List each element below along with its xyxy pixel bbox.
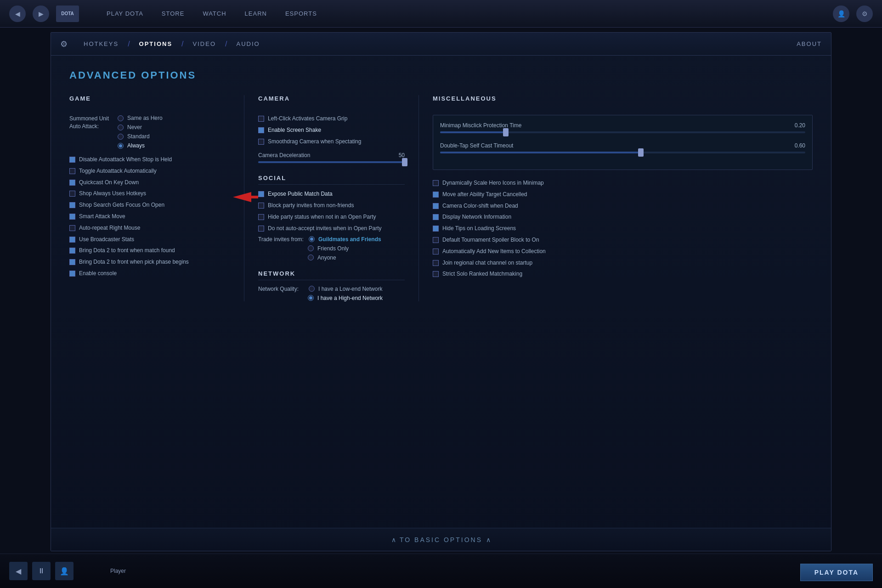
play-dota-button[interactable]: PLAY DOTA <box>800 564 873 581</box>
radio-btn-low-end[interactable] <box>309 286 315 292</box>
radio-label-guildmates: Guildmates and Friends <box>318 236 381 243</box>
checkbox-smart-attack[interactable] <box>69 214 75 220</box>
option-hide-tips[interactable]: Hide Tips on Loading Screens <box>433 225 813 232</box>
checkbox-block-party[interactable] <box>258 203 264 209</box>
tab-video[interactable]: VIDEO <box>186 40 223 47</box>
radio-friends-only[interactable]: Friends Only <box>308 245 405 252</box>
radio-high-end[interactable]: I have a High-end Network <box>308 295 405 301</box>
bottom-icon-3[interactable]: 👤 <box>55 562 74 580</box>
checkbox-auto-repeat[interactable] <box>69 225 75 231</box>
checkbox-broadcaster[interactable] <box>69 237 75 243</box>
option-quickcast[interactable]: Quickcast On Key Down <box>69 179 230 187</box>
radio-same-as-hero[interactable]: Same as Hero <box>118 115 163 121</box>
checkbox-left-click-camera[interactable] <box>258 116 264 122</box>
forward-icon[interactable]: ▶ <box>33 6 49 22</box>
option-bring-dota-pick[interactable]: Bring Dota 2 to front when pick phase be… <box>69 258 230 266</box>
checkbox-hide-party[interactable] <box>258 214 264 220</box>
radio-guildmates[interactable]: Guildmates and Friends <box>309 236 381 243</box>
radio-btn-high-end[interactable] <box>308 295 314 301</box>
settings-icon[interactable]: ⚙ <box>856 6 873 22</box>
checkbox-regional-chat[interactable] <box>433 260 439 266</box>
option-move-after-ability[interactable]: Move after Ability Target Cancelled <box>433 191 813 198</box>
option-expose-public[interactable]: Expose Public Match Data <box>258 190 405 198</box>
checkbox-expose-public[interactable] <box>258 191 264 197</box>
checkbox-move-after-ability[interactable] <box>433 192 439 198</box>
nav-store[interactable]: STORE <box>162 10 185 17</box>
radio-btn-never[interactable] <box>118 124 124 130</box>
checkbox-scale-hero-icons[interactable] <box>433 180 439 186</box>
checkbox-bring-dota-pick[interactable] <box>69 259 75 265</box>
player-name: Player <box>110 568 126 574</box>
checkbox-tournament-spoiler[interactable] <box>433 237 439 243</box>
checkbox-strict-solo[interactable] <box>433 271 439 277</box>
option-scale-hero-icons[interactable]: Dynamically Scale Hero Icons in Minimap <box>433 179 813 187</box>
checkbox-quickcast[interactable] <box>69 180 75 186</box>
tab-hotkeys[interactable]: HOTKEYS <box>77 40 125 47</box>
radio-always[interactable]: Always <box>118 142 163 149</box>
option-strict-solo[interactable]: Strict Solo Ranked Matchmaking <box>433 270 813 278</box>
radio-btn-same-as-hero[interactable] <box>118 115 124 121</box>
checkbox-toggle-autoattack[interactable] <box>69 168 75 174</box>
option-disable-autoattack[interactable]: Disable Autoattack When Stop is Held <box>69 156 230 164</box>
checkbox-shop-search[interactable] <box>69 202 75 208</box>
checkbox-screen-shake[interactable] <box>258 127 264 133</box>
double-tap-slider-thumb[interactable] <box>638 148 644 157</box>
to-basic-label[interactable]: TO BASIC OPTIONS <box>400 536 482 543</box>
back-icon[interactable]: ◀ <box>9 6 26 22</box>
option-smoothdrag[interactable]: Smoothdrag Camera when Spectating <box>258 138 405 146</box>
option-hide-party[interactable]: Hide party status when not in an Open Pa… <box>258 213 405 221</box>
camera-decel-thumb[interactable] <box>402 158 407 166</box>
option-regional-chat[interactable]: Join regional chat channel on startup <box>433 259 813 267</box>
bottom-icon-1[interactable]: ◀ <box>9 562 28 580</box>
checkbox-bring-dota-match[interactable] <box>69 248 75 254</box>
radio-standard[interactable]: Standard <box>118 133 163 140</box>
radio-btn-standard[interactable] <box>118 134 124 140</box>
to-basic-options-bar[interactable]: ∧ TO BASIC OPTIONS ∧ <box>51 528 831 551</box>
option-broadcaster[interactable]: Use Broadcaster Stats <box>69 236 230 243</box>
checkbox-no-auto-accept[interactable] <box>258 226 264 232</box>
camera-decel-track[interactable] <box>258 161 405 163</box>
option-camera-color-shift[interactable]: Camera Color-shift when Dead <box>433 202 813 210</box>
option-tournament-spoiler[interactable]: Default Tournament Spoiler Block to On <box>433 236 813 244</box>
option-bring-dota-match[interactable]: Bring Dota 2 to front when match found <box>69 247 230 254</box>
user-icon[interactable]: 👤 <box>833 6 849 22</box>
checkbox-camera-color-shift[interactable] <box>433 203 439 209</box>
option-toggle-autoattack[interactable]: Toggle Autoattack Automatically <box>69 167 230 175</box>
option-shop-search[interactable]: Shop Search Gets Focus On Open <box>69 201 230 209</box>
tab-options[interactable]: OPTIONS <box>132 40 180 47</box>
minimap-slider-track[interactable] <box>440 131 805 133</box>
checkbox-display-network[interactable] <box>433 214 439 220</box>
option-no-auto-accept[interactable]: Do not auto-accept invites when in Open … <box>258 225 405 232</box>
checkbox-shop-hotkeys[interactable] <box>69 191 75 197</box>
option-auto-repeat[interactable]: Auto-repeat Right Mouse <box>69 224 230 232</box>
option-block-party[interactable]: Block party invites from non-friends <box>258 202 405 209</box>
option-auto-add-items[interactable]: Automatically Add New Items to Collectio… <box>433 248 813 255</box>
nav-play[interactable]: PLAY DOTA <box>107 10 143 17</box>
radio-anyone[interactable]: Anyone <box>308 254 405 261</box>
option-smart-attack[interactable]: Smart Attack Move <box>69 213 230 220</box>
radio-never[interactable]: Never <box>118 124 163 130</box>
checkbox-disable-autoattack[interactable] <box>69 157 75 163</box>
radio-btn-guildmates[interactable] <box>309 236 315 242</box>
checkbox-enable-console[interactable] <box>69 271 75 277</box>
checkbox-hide-tips[interactable] <box>433 226 439 232</box>
checkbox-auto-add-items[interactable] <box>433 249 439 254</box>
radio-btn-anyone[interactable] <box>308 254 314 260</box>
option-shop-hotkeys[interactable]: Shop Always Uses Hotkeys <box>69 190 230 198</box>
nav-learn[interactable]: LEARN <box>245 10 267 17</box>
checkbox-smoothdrag[interactable] <box>258 139 264 145</box>
radio-btn-friends-only[interactable] <box>308 245 314 251</box>
radio-btn-always[interactable] <box>118 143 124 149</box>
minimap-slider-thumb[interactable] <box>503 128 509 136</box>
option-enable-console[interactable]: Enable console <box>69 270 230 277</box>
bottom-icon-2[interactable]: ⏸ <box>32 562 51 580</box>
double-tap-slider-track[interactable] <box>440 152 805 153</box>
nav-watch[interactable]: WATCH <box>203 10 226 17</box>
option-display-network[interactable]: Display Network Information <box>433 213 813 221</box>
option-left-click-camera[interactable]: Left-Click Activates Camera Grip <box>258 115 405 123</box>
tab-audio[interactable]: AUDIO <box>229 40 266 47</box>
nav-esports[interactable]: ESPORTS <box>285 10 317 17</box>
nav-about[interactable]: ABOUT <box>797 40 822 47</box>
option-screen-shake[interactable]: Enable Screen Shake <box>258 126 405 134</box>
radio-low-end[interactable]: I have a Low-end Network <box>309 286 382 292</box>
